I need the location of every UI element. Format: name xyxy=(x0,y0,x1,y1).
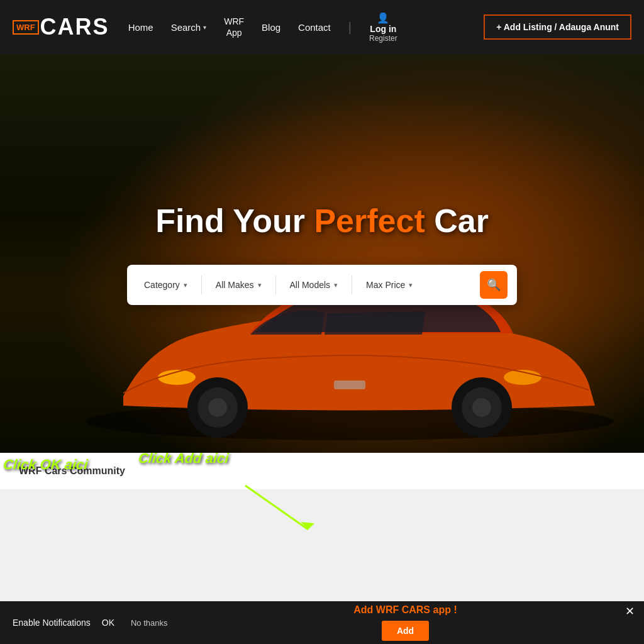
user-icon: 👤 xyxy=(377,12,389,24)
category-select[interactable]: Category ▾ xyxy=(136,275,195,295)
price-chevron-icon: ▾ xyxy=(409,281,413,289)
makes-chevron-icon: ▾ xyxy=(258,281,262,289)
svg-rect-9 xyxy=(334,380,365,389)
hero-section: Find Your Perfect Car Category ▾ All Mak… xyxy=(0,54,644,453)
auth-section[interactable]: 👤 Log in Register xyxy=(369,12,397,43)
svg-line-10 xyxy=(245,486,308,530)
svg-point-8 xyxy=(472,398,491,417)
logo[interactable]: WRF CARS xyxy=(13,14,109,40)
makes-select[interactable]: All Makes ▾ xyxy=(208,275,269,295)
notification-no-thanks-button[interactable]: No thanks xyxy=(126,616,173,630)
nav-wrf-app[interactable]: WRFApp xyxy=(224,16,244,38)
annotation-arrow xyxy=(195,479,321,536)
nav-home[interactable]: Home xyxy=(128,22,153,33)
nav-contact[interactable]: Contact xyxy=(298,22,331,33)
nav-links: Home Search ▾ WRFApp Blog Contact | 👤 Lo… xyxy=(128,12,472,43)
search-divider-3 xyxy=(352,275,352,294)
below-hero-section: WRF Cars Community xyxy=(0,453,644,489)
search-divider-2 xyxy=(275,275,276,294)
hero-title-highlight: Perfect xyxy=(314,203,425,239)
svg-point-5 xyxy=(208,398,227,417)
notification-left: Enable Notifications OK No thanks xyxy=(0,601,195,644)
search-button[interactable]: 🔍 xyxy=(480,271,508,299)
add-app-text: Add WRF CARS app ! xyxy=(353,604,457,616)
price-select[interactable]: Max Price ▾ xyxy=(358,275,420,295)
annotation-click-add: Click Add aici xyxy=(138,450,230,467)
nav-search[interactable]: Search ▾ xyxy=(171,22,207,33)
annotation-click-ok: Click OK aici xyxy=(3,457,89,473)
logo-wrf: WRF xyxy=(13,20,39,35)
add-app-button[interactable]: Add xyxy=(382,621,429,641)
nav-divider: | xyxy=(348,20,352,35)
navbar: WRF CARS Home Search ▾ WRFApp Blog Conta… xyxy=(0,0,644,54)
hero-title-part1: Find Your xyxy=(155,203,314,239)
hero-title: Find Your Perfect Car xyxy=(155,202,489,240)
notification-ok-button[interactable]: OK xyxy=(97,615,119,630)
notification-close-icon[interactable]: ✕ xyxy=(616,601,644,618)
logo-cars: CARS xyxy=(40,14,109,40)
enable-notifications-label: Enable Notifications xyxy=(13,618,91,628)
hero-content: Find Your Perfect Car xyxy=(155,202,489,240)
notification-bar: Enable Notifications OK No thanks Add WR… xyxy=(0,601,644,644)
search-icon: 🔍 xyxy=(487,278,501,292)
car-image xyxy=(73,220,626,453)
hero-title-part2: Car xyxy=(425,203,489,239)
search-bar: Category ▾ All Makes ▾ All Models ▾ Max … xyxy=(127,265,517,305)
auth-login: Log in xyxy=(370,24,396,34)
search-divider-1 xyxy=(201,275,202,294)
auth-register: Register xyxy=(369,34,397,43)
models-select[interactable]: All Models ▾ xyxy=(282,275,346,295)
add-listing-button[interactable]: + Add Listing / Adauga Anunt xyxy=(484,14,631,40)
models-chevron-icon: ▾ xyxy=(334,281,338,289)
category-chevron-icon: ▾ xyxy=(184,281,187,289)
nav-blog[interactable]: Blog xyxy=(262,22,280,33)
search-chevron-icon: ▾ xyxy=(203,24,206,31)
notification-center: Add WRF CARS app ! Add xyxy=(195,604,616,641)
